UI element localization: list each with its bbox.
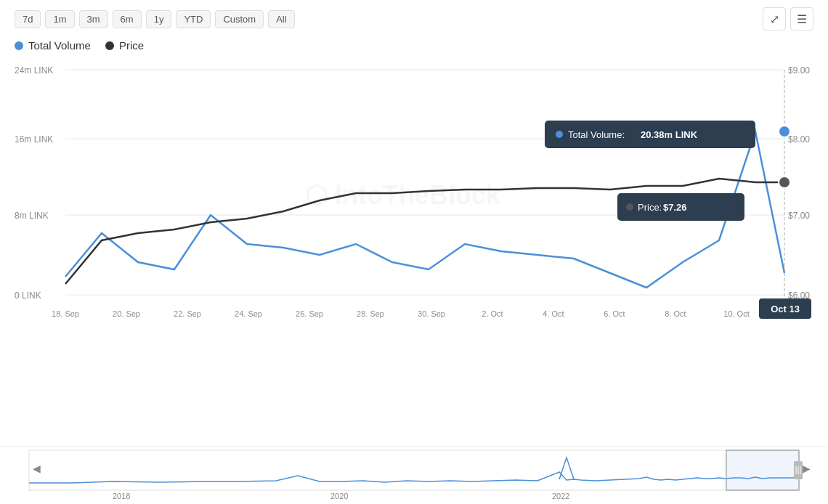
svg-text:8m LINK: 8m LINK	[15, 211, 49, 221]
svg-text:20. Sep: 20. Sep	[113, 309, 140, 318]
svg-text:8. Oct: 8. Oct	[665, 309, 686, 318]
svg-text:10. Oct: 10. Oct	[723, 309, 749, 318]
svg-text:0 LINK: 0 LINK	[15, 290, 41, 301]
svg-text:$8.00: $8.00	[788, 134, 810, 145]
btn-7d[interactable]: 7d	[15, 10, 41, 28]
main-chart-svg: 24m LINK 16m LINK 8m LINK 0 LINK $9.00 $…	[15, 59, 813, 335]
menu-icon[interactable]: ☰	[790, 7, 813, 31]
legend-total-volume: Total Volume	[15, 39, 91, 52]
mini-chart-area[interactable]: 2018 2020 2022 ◀ ▶	[0, 446, 828, 504]
svg-text:2020: 2020	[330, 492, 348, 500]
svg-point-29	[556, 131, 563, 138]
main-chart-area[interactable]: 24m LINK 16m LINK 8m LINK 0 LINK $9.00 $…	[0, 59, 828, 446]
svg-point-27	[779, 176, 790, 188]
toolbar: 7d 1m 3m 6m 1y YTD Custom All ⤢ ☰	[0, 7, 828, 36]
svg-rect-38	[15, 447, 813, 504]
svg-text:$7.26: $7.26	[663, 202, 687, 213]
svg-text:◀: ◀	[33, 463, 41, 474]
svg-text:$9.00: $9.00	[788, 65, 810, 76]
mini-chart-svg: 2018 2020 2022 ◀ ▶	[0, 447, 828, 504]
svg-point-33	[626, 203, 633, 211]
btn-all[interactable]: All	[268, 10, 294, 28]
svg-text:$7.00: $7.00	[788, 211, 810, 221]
svg-text:20.38m LINK: 20.38m LINK	[641, 129, 698, 140]
svg-text:Price:: Price:	[638, 202, 662, 213]
svg-text:Oct 13: Oct 13	[771, 304, 800, 314]
svg-text:24m LINK: 24m LINK	[15, 65, 53, 76]
svg-text:2. Oct: 2. Oct	[482, 309, 503, 318]
svg-text:24. Sep: 24. Sep	[235, 309, 262, 318]
svg-text:26. Sep: 26. Sep	[296, 309, 323, 318]
legend-label-volume: Total Volume	[28, 39, 91, 52]
svg-text:⬡ IntoTheBlock: ⬡ IntoTheBlock	[305, 180, 501, 210]
svg-text:4. Oct: 4. Oct	[543, 309, 564, 318]
svg-text:▶: ▶	[803, 463, 811, 474]
svg-text:6. Oct: 6. Oct	[604, 309, 625, 318]
svg-text:16m LINK: 16m LINK	[15, 134, 53, 145]
svg-text:2022: 2022	[552, 492, 569, 500]
btn-1y[interactable]: 1y	[146, 10, 172, 28]
svg-rect-43	[726, 450, 799, 490]
svg-text:18. Sep: 18. Sep	[52, 309, 79, 318]
share-icon[interactable]: ⤢	[763, 7, 786, 31]
chart-legend: Total Volume Price	[0, 36, 828, 59]
btn-1m[interactable]: 1m	[45, 10, 74, 28]
btn-ytd[interactable]: YTD	[176, 10, 211, 28]
svg-text:28. Sep: 28. Sep	[357, 309, 384, 318]
svg-text:Total Volume:: Total Volume:	[568, 129, 625, 140]
svg-text:30. Sep: 30. Sep	[418, 309, 445, 318]
legend-dot-price	[105, 41, 114, 50]
svg-text:22. Sep: 22. Sep	[174, 309, 201, 318]
svg-point-26	[779, 126, 790, 137]
legend-dot-volume	[15, 41, 23, 50]
btn-6m[interactable]: 6m	[113, 10, 142, 28]
btn-3m[interactable]: 3m	[79, 10, 108, 28]
legend-label-price: Price	[119, 39, 144, 52]
svg-text:2018: 2018	[113, 492, 130, 500]
btn-custom[interactable]: Custom	[215, 10, 264, 28]
legend-price: Price	[105, 39, 144, 52]
